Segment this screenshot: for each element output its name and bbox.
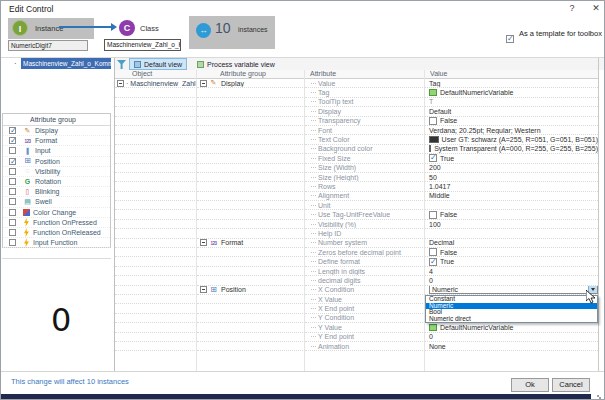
- table-row[interactable]: Size (Width) 200: [115, 164, 598, 173]
- checkbox-checked-icon[interactable]: [429, 154, 437, 162]
- class-name-input[interactable]: Maschinenview_Zahl_o_K: [104, 39, 181, 51]
- instance-name-input[interactable]: NumericDigit7: [8, 40, 88, 51]
- selected-object-item[interactable]: Maschinenview_Zahl_o_Komma: [21, 58, 111, 69]
- attribute-group-row[interactable]: Rotation: [3, 177, 110, 187]
- attribute-group-row[interactable]: Input Function: [3, 238, 110, 248]
- attribute-group-row[interactable]: Format: [3, 136, 110, 146]
- table-row[interactable]: Position X Condition Numeric: [115, 286, 598, 295]
- table-row[interactable]: Font Verdana; 20.25pt; Regular; Western: [115, 126, 598, 135]
- checkbox-checked-icon[interactable]: [9, 127, 16, 134]
- ok-button[interactable]: Ok: [511, 378, 549, 392]
- attribute-group-row[interactable]: Swell: [3, 197, 110, 207]
- collapse-icon[interactable]: [200, 239, 207, 246]
- dropdown-option-highlighted[interactable]: Numeric: [426, 303, 597, 310]
- table-row[interactable]: Size (Height) 50: [115, 173, 598, 182]
- attribute-group-row[interactable]: Display: [3, 126, 110, 136]
- table-row[interactable]: Text Color User GT: schwarz (A=255, R=05…: [115, 135, 598, 144]
- checkbox-unchecked-icon[interactable]: [429, 248, 437, 256]
- value-cell[interactable]: False: [425, 210, 598, 219]
- checkbox-checked-icon[interactable]: [9, 158, 16, 165]
- value-cell[interactable]: DefaultNumericVariable: [425, 323, 598, 332]
- value-cell[interactable]: 1.0417: [425, 182, 598, 191]
- value-cell[interactable]: [425, 229, 598, 238]
- attribute-group-row[interactable]: Position: [3, 157, 110, 167]
- checkbox-unchecked-icon[interactable]: [9, 188, 16, 195]
- checkbox-checked-icon[interactable]: [429, 258, 437, 266]
- attribute-group-row[interactable]: Input: [3, 146, 110, 156]
- value-cell[interactable]: None: [425, 342, 598, 351]
- value-cell[interactable]: False: [425, 248, 598, 257]
- checkbox-checked-icon[interactable]: [9, 137, 16, 144]
- table-row[interactable]: ToolTip text T: [115, 98, 598, 107]
- table-row[interactable]: Rows 1.0417: [115, 182, 598, 191]
- collapse-icon[interactable]: [117, 80, 124, 87]
- attribute-group-row[interactable]: Visibility: [3, 167, 110, 177]
- table-row[interactable]: Use Tag-UnitFreeValue False: [115, 210, 598, 219]
- table-row[interactable]: Format Number system Decimal: [115, 239, 598, 248]
- table-row[interactable]: Visibility (%) 100: [115, 220, 598, 229]
- collapse-icon[interactable]: [200, 80, 207, 87]
- table-row[interactable]: Y End point 0: [115, 333, 598, 342]
- tab-default-view[interactable]: Default view: [129, 58, 187, 70]
- checkbox-unchecked-icon[interactable]: [9, 229, 16, 236]
- value-cell[interactable]: True: [425, 154, 598, 163]
- column-header-value[interactable]: Value: [425, 70, 598, 78]
- value-cell[interactable]: [425, 201, 598, 210]
- checkbox-unchecked-icon[interactable]: [429, 211, 437, 219]
- value-cell[interactable]: 0: [425, 276, 598, 285]
- checkbox-unchecked-icon[interactable]: [9, 198, 16, 205]
- template-checkbox[interactable]: [506, 35, 514, 43]
- table-row[interactable]: Transparency False: [115, 117, 598, 126]
- table-row[interactable]: · Maschinenview_Zahl_o... Display Value …: [115, 79, 598, 88]
- table-row[interactable]: decimal digits 0: [115, 276, 598, 285]
- value-cell[interactable]: Verdana; 20.25pt; Regular; Western: [425, 126, 598, 135]
- value-cell[interactable]: T: [425, 98, 598, 107]
- checkbox-unchecked-icon[interactable]: [9, 209, 16, 216]
- value-cell[interactable]: Decimal: [425, 239, 598, 248]
- attribute-group-row[interactable]: Color Change: [3, 208, 110, 218]
- table-row[interactable]: Y Value DefaultNumericVariable: [115, 323, 598, 332]
- resize-grip[interactable]: [597, 395, 599, 397]
- dropdown-option[interactable]: Bool: [426, 309, 597, 316]
- value-cell[interactable]: User GT: schwarz (A=255, R=051, G=051, B…: [425, 135, 598, 144]
- value-cell[interactable]: 100: [425, 220, 598, 229]
- column-header-object[interactable]: Object: [115, 70, 197, 78]
- table-row[interactable]: Fixed Size True: [115, 154, 598, 163]
- table-row[interactable]: Alignment Middle: [115, 192, 598, 201]
- value-cell[interactable]: True: [425, 257, 598, 266]
- close-button[interactable]: ✕: [589, 3, 603, 13]
- cancel-button[interactable]: Cancel: [552, 378, 590, 392]
- table-row[interactable]: Animation None: [115, 342, 598, 351]
- value-cell[interactable]: 4: [425, 267, 598, 276]
- checkbox-unchecked-icon[interactable]: [9, 147, 16, 154]
- value-cell[interactable]: 200: [425, 164, 598, 173]
- checkbox-unchecked-icon[interactable]: [429, 117, 437, 125]
- value-cell[interactable]: Tag: [425, 79, 598, 88]
- table-row[interactable]: Length in digits 4: [115, 267, 598, 276]
- table-row[interactable]: Zeros before decimal point False: [115, 248, 598, 257]
- value-cell[interactable]: False: [425, 117, 598, 126]
- attribute-group-row[interactable]: Blinking: [3, 187, 110, 197]
- tab-process-variable-view[interactable]: Process variable view: [193, 58, 279, 70]
- collapse-icon[interactable]: [200, 286, 207, 293]
- checkbox-unchecked-icon[interactable]: [9, 239, 16, 246]
- value-cell[interactable]: DefaultNumericVariable: [425, 88, 598, 97]
- value-cell[interactable]: Middle: [425, 192, 598, 201]
- table-row[interactable]: Display Default: [115, 107, 598, 116]
- value-cell[interactable]: System Transparent (A=000, R=255, G=255,…: [425, 145, 598, 154]
- attribute-group-row[interactable]: Function OnReleased: [3, 228, 110, 238]
- column-header-attribute-group[interactable]: Attribute group: [197, 70, 305, 78]
- table-row[interactable]: Help ID: [115, 229, 598, 238]
- table-row[interactable]: Background color System Transparent (A=0…: [115, 145, 598, 154]
- attribute-group-row[interactable]: Function OnPressed: [3, 218, 110, 228]
- checkbox-unchecked-icon[interactable]: [9, 168, 16, 175]
- dropdown-option[interactable]: Numeric direct: [426, 316, 597, 323]
- value-cell[interactable]: 0: [425, 333, 598, 342]
- column-header-attribute[interactable]: Attribute: [305, 70, 425, 78]
- table-row[interactable]: Tag DefaultNumericVariable: [115, 88, 598, 97]
- value-cell[interactable]: Default: [425, 107, 598, 116]
- checkbox-unchecked-icon[interactable]: [9, 219, 16, 226]
- table-row[interactable]: Define format True: [115, 257, 598, 266]
- checkbox-unchecked-icon[interactable]: [9, 178, 16, 185]
- table-row[interactable]: Unit: [115, 201, 598, 210]
